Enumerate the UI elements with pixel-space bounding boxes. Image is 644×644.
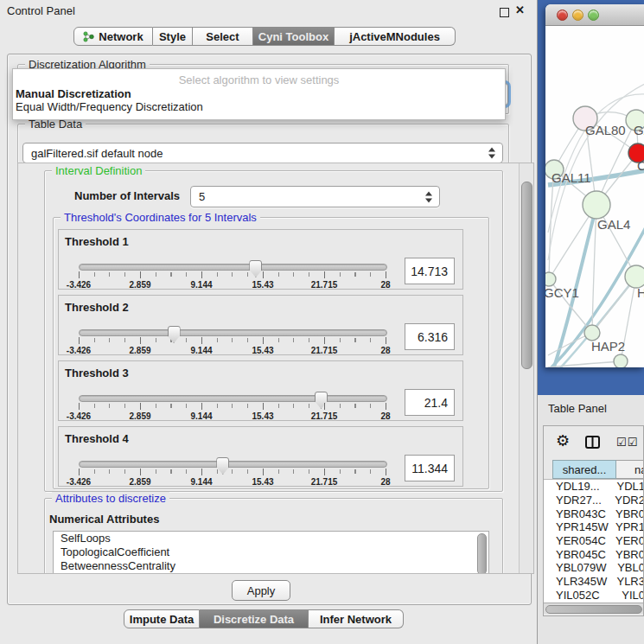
cell-shared-name[interactable]: YPR145W (544, 520, 612, 533)
tab-discretize-data[interactable]: Discretize Data (200, 609, 309, 628)
slider-ticks (79, 404, 386, 408)
tab-style[interactable]: Style (153, 27, 193, 46)
tick-label: -3.426 (67, 411, 91, 421)
column-header-shared-name[interactable]: shared... (552, 460, 616, 479)
node-label: C (637, 158, 644, 173)
split-columns-icon[interactable] (585, 436, 600, 452)
major-tick (201, 271, 202, 278)
network-node[interactable] (583, 191, 610, 219)
tab-select[interactable]: Select (193, 27, 253, 46)
table-row[interactable]: YIL052CYIL0 (544, 589, 644, 603)
major-tick (386, 271, 386, 278)
tab-network[interactable]: Network (73, 27, 153, 46)
cell-name[interactable]: YBR0 (612, 507, 644, 520)
table-panel-body: ⚙ ☑☑ shared... name YDL19...YDL1YDR27...… (543, 425, 644, 616)
cell-name[interactable]: YIL0 (618, 589, 644, 602)
slider-track[interactable] (79, 264, 387, 271)
cell-shared-name[interactable]: YER054C (544, 534, 612, 547)
close-traffic-light[interactable] (557, 10, 568, 21)
float-panel-icon[interactable] (500, 8, 509, 17)
table-row[interactable]: YPR145WYPR1 (544, 520, 644, 534)
dropdown-option-manual[interactable]: Manual Discretization (15, 87, 503, 100)
slider-track[interactable] (79, 395, 387, 402)
tick-label: 15.43 (252, 346, 273, 355)
tab-impute-data[interactable]: Impute Data (124, 609, 200, 628)
major-tick (386, 337, 386, 344)
table-row[interactable]: YER054CYER0 (544, 534, 644, 548)
dropdown-option-equal-width[interactable]: Equal Width/Frequency Discretization (15, 100, 503, 113)
cell-shared-name[interactable]: YDR27... (544, 494, 611, 507)
slider[interactable]: -3.4262.8599.14415.4321.71528 (79, 327, 386, 356)
cell-name[interactable]: YDL1 (613, 480, 644, 493)
table-row[interactable]: YBR045CYBR0 (544, 547, 644, 561)
cell-shared-name[interactable]: YIL052C (544, 589, 618, 602)
cell-shared-name[interactable]: YBR045C (544, 548, 612, 561)
num-intervals-combo[interactable]: 5 (190, 186, 440, 207)
slider-ticks (79, 272, 386, 277)
network-icon (83, 31, 94, 42)
cell-name[interactable]: YLR3 (613, 575, 644, 588)
minimize-traffic-light[interactable] (572, 10, 583, 21)
tick-label: 21.715 (311, 411, 338, 421)
cell-name[interactable]: YBR0 (612, 548, 644, 561)
threshold-value-field[interactable]: 14.713 (405, 258, 455, 284)
table-row[interactable]: YDL19...YDL1 (544, 480, 644, 494)
threshold-value-field[interactable]: 6.316 (405, 323, 455, 350)
num-intervals-value: 5 (199, 190, 205, 203)
cell-name[interactable]: YDR2 (611, 494, 644, 507)
cell-shared-name[interactable]: YBR043C (544, 507, 612, 520)
cell-shared-name[interactable]: YBL079W (544, 561, 614, 574)
table-row[interactable]: YBL079WYBL0 (544, 561, 644, 575)
slider[interactable]: -3.4262.8599.14415.4321.71528 (79, 392, 386, 422)
table-data-combo[interactable]: galFiltered.sif default node (22, 143, 503, 163)
slider-track[interactable] (79, 329, 387, 336)
threshold-value-field[interactable]: 11.344 (405, 455, 455, 481)
major-tick (201, 403, 202, 410)
node-label: GCY1 (545, 285, 579, 300)
settings-scrollbar[interactable] (519, 163, 533, 573)
major-tick (386, 403, 386, 410)
tab-infer-network[interactable]: Infer Network (309, 609, 404, 628)
slider-track[interactable] (79, 461, 387, 468)
table-hscrollbar[interactable] (544, 603, 644, 614)
list-scrollbar-thumb[interactable] (477, 533, 487, 574)
column-checkboxes-icon[interactable]: ☑☑ (616, 436, 638, 449)
threshold-value-field[interactable]: 21.4 (405, 389, 455, 416)
tab-label: Select (206, 30, 239, 43)
network-node[interactable] (545, 272, 556, 286)
hscrollbar-thumb[interactable] (545, 605, 642, 614)
attributes-group-title: Attributes to discretize (52, 492, 169, 505)
tick-label: -3.426 (67, 280, 91, 290)
network-window-titlebar[interactable] (545, 4, 644, 26)
network-node[interactable] (614, 354, 628, 367)
attribute-item[interactable]: BetweennessCentrality (54, 559, 488, 573)
tab-cyni-toolbox[interactable]: Cyni Toolbox (253, 27, 335, 46)
table-row[interactable]: YLR345WYLR3 (544, 575, 644, 589)
column-header-name[interactable]: name (616, 460, 644, 479)
cell-name[interactable]: YER0 (612, 534, 644, 547)
cell-shared-name[interactable]: YLR345W (544, 575, 613, 588)
tick-label: 2.859 (129, 346, 150, 355)
close-icon[interactable]: ✕ (515, 3, 525, 16)
cell-name[interactable]: YBL0 (614, 561, 644, 574)
network-view-window: GAL80GAGAL11CGAL4GCY1HHAP2 (545, 4, 644, 367)
major-tick (79, 337, 80, 344)
scrollbar-thumb[interactable] (521, 182, 532, 369)
slider-ticks (79, 338, 386, 342)
tab-jactivemnodules[interactable]: jActiveMNodules (335, 27, 456, 46)
attribute-item[interactable]: TopologicalCoefficient (54, 545, 488, 559)
slider[interactable]: -3.4262.8599.14415.4321.71528 (79, 261, 386, 290)
major-tick (140, 271, 141, 278)
slider[interactable]: -3.4262.8599.14415.4321.71528 (79, 458, 386, 488)
table-row[interactable]: YDR27...YDR2 (544, 494, 644, 507)
cell-name[interactable]: YPR1 (612, 520, 644, 533)
table-row[interactable]: YBR043CYBR0 (544, 507, 644, 520)
zoom-traffic-light[interactable] (588, 10, 599, 21)
gear-icon[interactable]: ⚙ (556, 431, 570, 450)
cell-shared-name[interactable]: YDL19... (544, 480, 613, 493)
tick-label: -3.426 (67, 477, 91, 487)
tick-label: -3.426 (67, 346, 91, 355)
attributes-list[interactable]: SelfLoopsTopologicalCoefficientBetweenne… (53, 531, 489, 574)
apply-button[interactable]: Apply (232, 580, 290, 601)
attribute-item[interactable]: SelfLoops (54, 532, 488, 545)
